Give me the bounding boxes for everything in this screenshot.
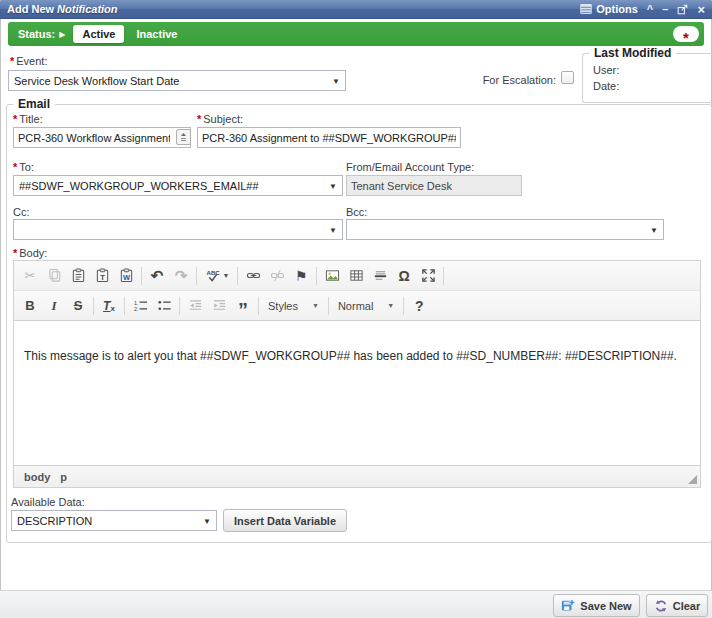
toolbar-separator [443,267,444,285]
bcc-select[interactable]: ▼ [346,219,664,240]
required-indicator-button[interactable]: * [673,26,699,42]
add-notification-window: { "window": { "title_prefix": "Add New",… [0,0,712,618]
paragraph-format-dropdown[interactable]: Normal ▼ [332,300,400,312]
toolbar-separator [403,297,404,315]
svg-text:ABC: ABC [206,269,220,276]
blockquote-icon[interactable]: ” [231,294,255,318]
collapse-icon[interactable]: ^ [647,4,653,15]
copy-icon[interactable] [42,264,66,288]
to-select[interactable]: ##SDWF_WORKGROUP_WORKERS_EMAIL## ▼ [13,175,343,196]
status-bar: Status: ▶ Active Inactive * [8,22,704,46]
bold-icon[interactable]: B [18,294,42,318]
link-icon[interactable] [241,264,265,288]
available-data-label: Available Data: [11,496,85,508]
cut-icon[interactable]: ✂ [18,264,42,288]
titlebar-controls: Options ^ – × [580,3,705,16]
last-modified-date-label: Date: [593,80,619,92]
editor-content-area[interactable]: This message is to alert you that ##SDWF… [14,321,700,465]
status-inactive-button[interactable]: Inactive [136,28,177,40]
styles-dropdown[interactable]: Styles ▼ [262,300,325,312]
save-new-label: Save New [580,600,631,612]
toolbar-separator [141,267,142,285]
clear-label: Clear [673,600,701,612]
paste-icon[interactable] [66,264,90,288]
close-icon[interactable]: × [697,3,705,16]
window-titlebar: Add NewNotification Options ^ – × [0,0,712,19]
minimize-icon[interactable]: – [662,4,668,15]
required-marker: * [13,113,17,125]
clear-refresh-icon [654,599,668,613]
body-label: *Body: [13,247,47,259]
svg-text:2.: 2. [133,306,138,312]
available-data-value: DESCRIPTION [17,515,92,527]
event-select[interactable]: Service Desk Workflow Start Date ▼ [8,70,346,91]
toolbar-separator [237,267,238,285]
window-title: Add NewNotification [7,3,118,15]
anchor-flag-icon[interactable]: ⚑ [289,264,313,288]
title-label: *Title: [13,113,43,125]
numbered-list-icon[interactable]: 1.2. [128,294,152,318]
decrease-indent-icon[interactable] [183,294,207,318]
event-label-text: Event: [16,55,47,67]
spellcheck-icon[interactable]: ABC ▼ [200,264,234,288]
last-modified-user-label: User: [593,64,619,76]
editor-resize-grip[interactable] [688,475,697,484]
last-modified-legend: Last Modified [589,46,676,60]
window-title-emphasis: Notification [57,3,118,15]
maximize-icon[interactable] [416,264,440,288]
options-label: Options [596,3,638,15]
redo-icon[interactable]: ↷ [169,264,193,288]
table-icon[interactable] [344,264,368,288]
from-account-field [346,175,522,196]
remove-format-icon[interactable]: Tx [97,294,121,318]
required-marker: * [13,161,17,173]
undo-icon[interactable]: ↶ [145,264,169,288]
toolbar-separator [179,297,180,315]
chevron-down-icon: ▼ [329,226,337,235]
chevron-down-icon: ▼ [332,77,340,86]
insert-data-variable-label: Insert Data Variable [234,515,336,527]
horizontal-line-icon[interactable] [368,264,392,288]
path-body-element[interactable]: body [24,471,50,483]
paste-plain-text-icon[interactable]: T [90,264,114,288]
strikethrough-icon[interactable]: S [66,294,90,318]
title-input[interactable] [13,127,191,148]
options-button[interactable]: Options [580,3,638,15]
help-icon[interactable]: ? [407,294,431,318]
unlink-icon[interactable] [265,264,289,288]
required-marker: * [197,113,201,125]
toolbar-separator [316,267,317,285]
subject-input[interactable] [197,127,461,148]
paste-from-word-icon[interactable]: W [114,264,138,288]
for-escalation-checkbox[interactable] [561,71,574,84]
to-label: *To: [13,161,34,173]
editor-element-path-bar: body p [14,465,700,487]
event-select-value: Service Desk Workflow Start Date [14,75,179,87]
cc-label: Cc: [13,206,30,218]
chevron-down-icon: ▼ [312,302,319,309]
cc-select[interactable]: ▼ [13,219,343,240]
popout-icon[interactable] [677,4,688,15]
image-icon[interactable] [320,264,344,288]
increase-indent-icon[interactable] [207,294,231,318]
styles-dropdown-value: Styles [268,300,298,312]
toolbar-separator [124,297,125,315]
save-new-button[interactable]: Save New [553,594,640,617]
window-title-prefix: Add New [7,3,54,15]
bulleted-list-icon[interactable] [152,294,176,318]
title-field-icon[interactable] [176,129,191,145]
for-escalation-label: For Escalation: [476,74,556,86]
insert-data-variable-button[interactable]: Insert Data Variable [223,509,347,532]
svg-text:W: W [122,273,130,282]
status-active-button[interactable]: Active [73,25,124,43]
clear-button[interactable]: Clear [646,594,708,617]
status-label: Status: [18,28,55,40]
available-data-select[interactable]: DESCRIPTION ▼ [11,510,217,531]
to-select-value: ##SDWF_WORKGROUP_WORKERS_EMAIL## [19,180,259,192]
event-label: *Event: [10,55,47,67]
chevron-down-icon: ▼ [223,272,230,279]
path-p-element[interactable]: p [60,471,67,483]
svg-text:T: T [100,273,105,282]
italic-icon[interactable]: I [42,294,66,318]
special-character-icon[interactable]: Ω [392,264,416,288]
